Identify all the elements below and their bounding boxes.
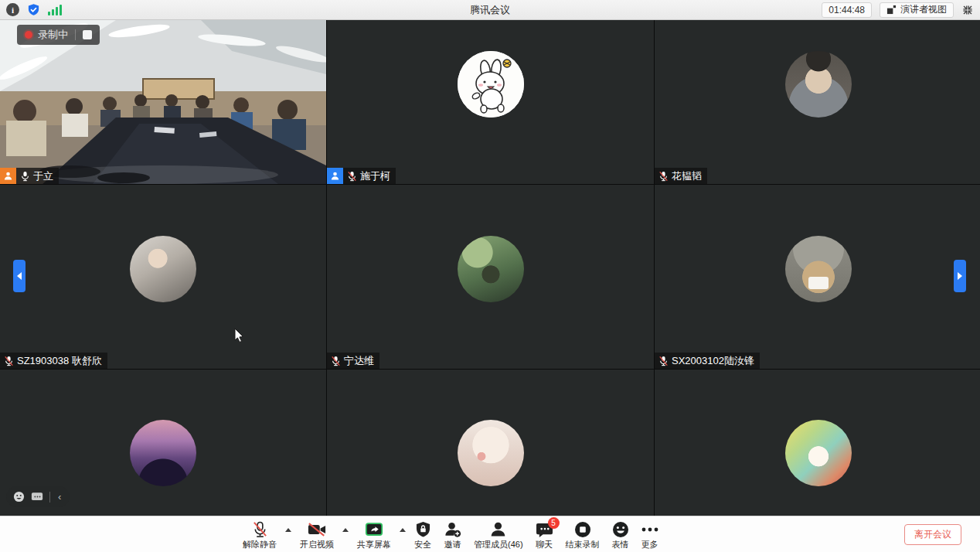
mic-muted-icon: [658, 171, 669, 182]
avatar: [785, 236, 852, 302]
network-signal-icon[interactable]: [48, 4, 62, 15]
recording-status-text: 录制中: [38, 28, 68, 42]
end-recording-button[interactable]: 结束录制: [560, 516, 606, 552]
collapse-chevron-icon[interactable]: ‹: [56, 492, 63, 502]
more-dots-icon: [641, 521, 658, 539]
participant-label: SX2003102陆汝锋: [655, 353, 760, 369]
reactions-button[interactable]: 表情: [606, 516, 635, 552]
camera-off-icon: [308, 521, 326, 539]
record-dot-icon: [25, 31, 32, 39]
layout-icon: [886, 5, 897, 15]
mic-muted-icon: [252, 521, 268, 539]
manage-members-button[interactable]: 管理成员(46): [468, 516, 529, 552]
tencent-meeting-window: 腾讯会议 i 01:44:48 演讲者视图: [0, 0, 980, 552]
exit-fullscreen-icon[interactable]: [961, 4, 974, 16]
participant-label: 施于柯: [327, 168, 396, 184]
participant-name: 施于柯: [360, 169, 390, 183]
leave-meeting-button[interactable]: 离开会议: [904, 524, 961, 545]
unmute-button[interactable]: 解除静音: [236, 516, 283, 552]
titlebar: 腾讯会议 i 01:44:48 演讲者视图: [0, 0, 980, 20]
mic-on-icon: [20, 171, 30, 182]
arrow-left-icon: [17, 272, 22, 280]
caption-icon[interactable]: [31, 492, 43, 502]
arrow-right-icon: [958, 272, 962, 280]
prev-page-button[interactable]: [13, 260, 26, 292]
avatar: [785, 420, 852, 486]
divider: [75, 29, 76, 40]
avatar: [458, 51, 524, 118]
security-shield-icon: [416, 521, 430, 539]
members-icon: [490, 521, 506, 539]
video-tile-lurufeng[interactable]: SX2003102陆汝锋: [655, 185, 980, 369]
participant-name: 花韫韬: [672, 169, 702, 183]
avatar: [130, 236, 196, 302]
video-tile-ningdawei[interactable]: 宁达维: [327, 185, 654, 369]
participant-name: SZ1903038 耿舒欣: [17, 354, 102, 368]
bottom-toolbar: 解除静音 开启视频 共享屏幕 安全: [0, 516, 980, 552]
security-button[interactable]: 安全: [408, 516, 437, 552]
recording-indicator: 录制中: [17, 25, 100, 45]
participant-label: 花韫韬: [655, 168, 707, 184]
reactions-quickbar[interactable]: ‹: [6, 486, 70, 507]
chat-bubble-icon: 5: [536, 521, 553, 539]
avatar: [458, 236, 524, 302]
video-options-caret[interactable]: [340, 516, 351, 552]
next-page-button[interactable]: [954, 260, 966, 292]
mic-options-caret[interactable]: [283, 516, 294, 552]
mic-muted-icon: [658, 356, 669, 366]
stop-recording-icon[interactable]: [83, 30, 92, 39]
participant-name: SX2003102陆汝锋: [672, 354, 754, 368]
video-grid: 录制中 于立: [0, 20, 980, 552]
hand-raised-orange-icon: [0, 168, 16, 184]
chat-unread-badge: 5: [548, 517, 560, 529]
info-icon[interactable]: i: [6, 3, 19, 16]
mic-muted-icon: [347, 171, 357, 182]
video-tile-yuli[interactable]: 录制中 于立: [0, 20, 326, 184]
video-tile-gengshuxin[interactable]: SZ1903038 耿舒欣: [0, 185, 326, 369]
share-screen-button[interactable]: 共享屏幕: [351, 516, 397, 552]
more-button[interactable]: 更多: [635, 516, 665, 552]
screen-share-icon: [365, 521, 383, 539]
mic-muted-icon: [331, 356, 341, 366]
avatar: [130, 420, 196, 486]
speaker-view-button[interactable]: 演讲者视图: [880, 2, 954, 18]
mic-muted-icon: [4, 356, 14, 366]
start-video-button[interactable]: 开启视频: [294, 516, 340, 552]
emoji-smile-icon: [612, 521, 629, 539]
stop-record-icon: [574, 521, 591, 539]
participant-label: SZ1903038 耿舒欣: [0, 353, 107, 369]
share-options-caret[interactable]: [397, 516, 408, 552]
avatar: [785, 51, 852, 118]
meeting-timer: 01:44:48: [822, 2, 872, 18]
video-tile-shiyuke[interactable]: 施于柯: [327, 20, 654, 184]
chat-button[interactable]: 5 聊天: [529, 516, 560, 552]
participant-label: 于立: [0, 168, 59, 184]
participant-name: 于立: [33, 169, 53, 183]
invite-button[interactable]: 邀请: [437, 516, 468, 552]
participant-label: 宁达维: [327, 353, 379, 369]
video-tile-huayuntao[interactable]: 花韫韬: [655, 20, 980, 184]
hand-raised-blue-icon: [327, 168, 343, 184]
protection-shield-icon[interactable]: [27, 3, 40, 16]
avatar: [458, 420, 524, 486]
emoji-quick-icon[interactable]: [13, 491, 25, 503]
divider: [49, 492, 50, 503]
participant-name: 宁达维: [344, 354, 374, 368]
invite-person-icon: [444, 521, 461, 539]
